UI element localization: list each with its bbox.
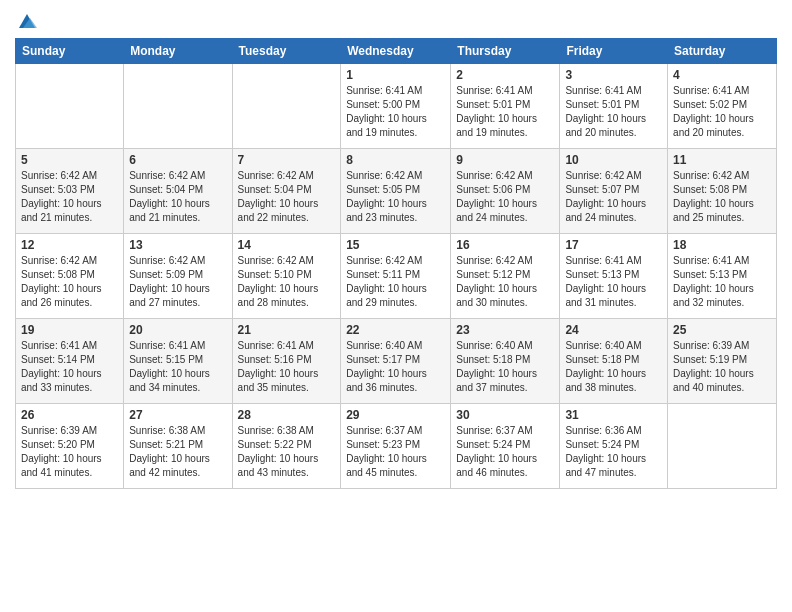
calendar-cell: 26Sunrise: 6:39 AMSunset: 5:20 PMDayligh… — [16, 404, 124, 489]
calendar-table: SundayMondayTuesdayWednesdayThursdayFrid… — [15, 38, 777, 489]
day-number: 19 — [21, 323, 118, 337]
day-info: Sunrise: 6:41 AMSunset: 5:01 PMDaylight:… — [565, 84, 662, 140]
day-number: 3 — [565, 68, 662, 82]
calendar-cell: 18Sunrise: 6:41 AMSunset: 5:13 PMDayligh… — [668, 234, 777, 319]
day-info: Sunrise: 6:41 AMSunset: 5:13 PMDaylight:… — [565, 254, 662, 310]
day-number: 13 — [129, 238, 226, 252]
day-number: 7 — [238, 153, 336, 167]
calendar-week-row: 1Sunrise: 6:41 AMSunset: 5:00 PMDaylight… — [16, 64, 777, 149]
weekday-header-row: SundayMondayTuesdayWednesdayThursdayFrid… — [16, 39, 777, 64]
calendar-cell: 10Sunrise: 6:42 AMSunset: 5:07 PMDayligh… — [560, 149, 668, 234]
day-number: 31 — [565, 408, 662, 422]
calendar-cell: 5Sunrise: 6:42 AMSunset: 5:03 PMDaylight… — [16, 149, 124, 234]
calendar-cell — [668, 404, 777, 489]
day-info: Sunrise: 6:42 AMSunset: 5:04 PMDaylight:… — [238, 169, 336, 225]
calendar-cell: 7Sunrise: 6:42 AMSunset: 5:04 PMDaylight… — [232, 149, 341, 234]
weekday-header-tuesday: Tuesday — [232, 39, 341, 64]
calendar-cell: 28Sunrise: 6:38 AMSunset: 5:22 PMDayligh… — [232, 404, 341, 489]
calendar-cell: 11Sunrise: 6:42 AMSunset: 5:08 PMDayligh… — [668, 149, 777, 234]
day-number: 20 — [129, 323, 226, 337]
day-info: Sunrise: 6:41 AMSunset: 5:02 PMDaylight:… — [673, 84, 771, 140]
day-info: Sunrise: 6:42 AMSunset: 5:04 PMDaylight:… — [129, 169, 226, 225]
day-info: Sunrise: 6:41 AMSunset: 5:01 PMDaylight:… — [456, 84, 554, 140]
day-info: Sunrise: 6:39 AMSunset: 5:19 PMDaylight:… — [673, 339, 771, 395]
day-number: 25 — [673, 323, 771, 337]
calendar-cell: 25Sunrise: 6:39 AMSunset: 5:19 PMDayligh… — [668, 319, 777, 404]
calendar-cell: 9Sunrise: 6:42 AMSunset: 5:06 PMDaylight… — [451, 149, 560, 234]
calendar-week-row: 26Sunrise: 6:39 AMSunset: 5:20 PMDayligh… — [16, 404, 777, 489]
calendar-cell: 6Sunrise: 6:42 AMSunset: 5:04 PMDaylight… — [124, 149, 232, 234]
day-info: Sunrise: 6:41 AMSunset: 5:16 PMDaylight:… — [238, 339, 336, 395]
weekday-header-monday: Monday — [124, 39, 232, 64]
day-info: Sunrise: 6:42 AMSunset: 5:07 PMDaylight:… — [565, 169, 662, 225]
calendar-week-row: 19Sunrise: 6:41 AMSunset: 5:14 PMDayligh… — [16, 319, 777, 404]
day-info: Sunrise: 6:41 AMSunset: 5:00 PMDaylight:… — [346, 84, 445, 140]
day-number: 22 — [346, 323, 445, 337]
day-number: 8 — [346, 153, 445, 167]
day-info: Sunrise: 6:38 AMSunset: 5:22 PMDaylight:… — [238, 424, 336, 480]
calendar-cell: 27Sunrise: 6:38 AMSunset: 5:21 PMDayligh… — [124, 404, 232, 489]
day-info: Sunrise: 6:42 AMSunset: 5:08 PMDaylight:… — [673, 169, 771, 225]
logo — [15, 10, 37, 30]
day-info: Sunrise: 6:42 AMSunset: 5:05 PMDaylight:… — [346, 169, 445, 225]
day-number: 14 — [238, 238, 336, 252]
calendar-cell: 14Sunrise: 6:42 AMSunset: 5:10 PMDayligh… — [232, 234, 341, 319]
calendar-cell: 30Sunrise: 6:37 AMSunset: 5:24 PMDayligh… — [451, 404, 560, 489]
day-number: 17 — [565, 238, 662, 252]
calendar-cell — [124, 64, 232, 149]
day-info: Sunrise: 6:42 AMSunset: 5:09 PMDaylight:… — [129, 254, 226, 310]
calendar-cell: 3Sunrise: 6:41 AMSunset: 5:01 PMDaylight… — [560, 64, 668, 149]
calendar-cell: 23Sunrise: 6:40 AMSunset: 5:18 PMDayligh… — [451, 319, 560, 404]
day-info: Sunrise: 6:40 AMSunset: 5:18 PMDaylight:… — [456, 339, 554, 395]
day-number: 6 — [129, 153, 226, 167]
day-number: 10 — [565, 153, 662, 167]
calendar-cell: 29Sunrise: 6:37 AMSunset: 5:23 PMDayligh… — [341, 404, 451, 489]
calendar-cell: 19Sunrise: 6:41 AMSunset: 5:14 PMDayligh… — [16, 319, 124, 404]
day-info: Sunrise: 6:37 AMSunset: 5:24 PMDaylight:… — [456, 424, 554, 480]
calendar-cell: 22Sunrise: 6:40 AMSunset: 5:17 PMDayligh… — [341, 319, 451, 404]
logo-icon — [17, 10, 37, 30]
calendar-week-row: 12Sunrise: 6:42 AMSunset: 5:08 PMDayligh… — [16, 234, 777, 319]
day-number: 18 — [673, 238, 771, 252]
calendar-cell: 17Sunrise: 6:41 AMSunset: 5:13 PMDayligh… — [560, 234, 668, 319]
day-number: 1 — [346, 68, 445, 82]
calendar-cell: 12Sunrise: 6:42 AMSunset: 5:08 PMDayligh… — [16, 234, 124, 319]
calendar-cell: 4Sunrise: 6:41 AMSunset: 5:02 PMDaylight… — [668, 64, 777, 149]
calendar-cell: 13Sunrise: 6:42 AMSunset: 5:09 PMDayligh… — [124, 234, 232, 319]
calendar-cell: 24Sunrise: 6:40 AMSunset: 5:18 PMDayligh… — [560, 319, 668, 404]
weekday-header-friday: Friday — [560, 39, 668, 64]
calendar-cell: 2Sunrise: 6:41 AMSunset: 5:01 PMDaylight… — [451, 64, 560, 149]
day-info: Sunrise: 6:39 AMSunset: 5:20 PMDaylight:… — [21, 424, 118, 480]
day-info: Sunrise: 6:42 AMSunset: 5:06 PMDaylight:… — [456, 169, 554, 225]
day-info: Sunrise: 6:42 AMSunset: 5:10 PMDaylight:… — [238, 254, 336, 310]
weekday-header-sunday: Sunday — [16, 39, 124, 64]
day-number: 15 — [346, 238, 445, 252]
day-info: Sunrise: 6:42 AMSunset: 5:12 PMDaylight:… — [456, 254, 554, 310]
day-number: 9 — [456, 153, 554, 167]
day-info: Sunrise: 6:41 AMSunset: 5:13 PMDaylight:… — [673, 254, 771, 310]
calendar-page: SundayMondayTuesdayWednesdayThursdayFrid… — [0, 0, 792, 612]
day-number: 5 — [21, 153, 118, 167]
calendar-cell — [232, 64, 341, 149]
day-info: Sunrise: 6:42 AMSunset: 5:11 PMDaylight:… — [346, 254, 445, 310]
day-info: Sunrise: 6:40 AMSunset: 5:17 PMDaylight:… — [346, 339, 445, 395]
calendar-cell: 21Sunrise: 6:41 AMSunset: 5:16 PMDayligh… — [232, 319, 341, 404]
day-number: 24 — [565, 323, 662, 337]
day-info: Sunrise: 6:36 AMSunset: 5:24 PMDaylight:… — [565, 424, 662, 480]
calendar-cell: 16Sunrise: 6:42 AMSunset: 5:12 PMDayligh… — [451, 234, 560, 319]
day-number: 21 — [238, 323, 336, 337]
calendar-cell: 15Sunrise: 6:42 AMSunset: 5:11 PMDayligh… — [341, 234, 451, 319]
day-info: Sunrise: 6:41 AMSunset: 5:15 PMDaylight:… — [129, 339, 226, 395]
page-header — [15, 10, 777, 30]
day-info: Sunrise: 6:42 AMSunset: 5:08 PMDaylight:… — [21, 254, 118, 310]
day-number: 4 — [673, 68, 771, 82]
day-number: 27 — [129, 408, 226, 422]
calendar-week-row: 5Sunrise: 6:42 AMSunset: 5:03 PMDaylight… — [16, 149, 777, 234]
day-number: 29 — [346, 408, 445, 422]
weekday-header-saturday: Saturday — [668, 39, 777, 64]
day-number: 11 — [673, 153, 771, 167]
weekday-header-thursday: Thursday — [451, 39, 560, 64]
calendar-cell: 1Sunrise: 6:41 AMSunset: 5:00 PMDaylight… — [341, 64, 451, 149]
day-number: 23 — [456, 323, 554, 337]
day-info: Sunrise: 6:37 AMSunset: 5:23 PMDaylight:… — [346, 424, 445, 480]
